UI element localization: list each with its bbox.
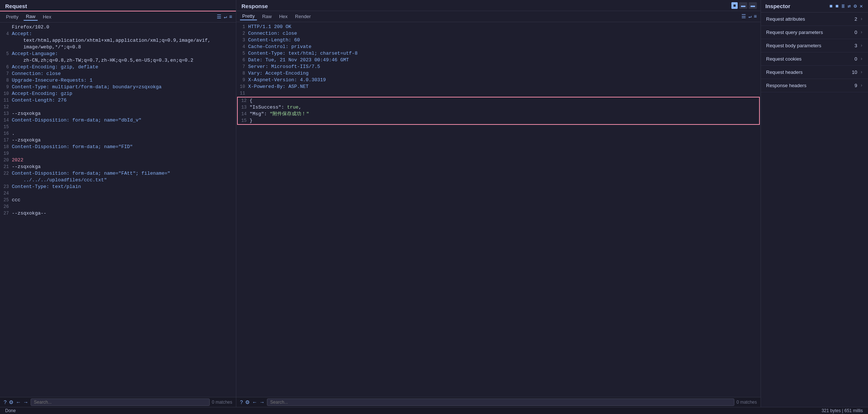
status-bar: Done 321 bytes | 651 millis [0,407,868,414]
menu-icon[interactable]: ≡ [229,14,232,20]
code-line: text/html,application/xhtml+xml,applicat… [0,37,236,44]
tab-render-response[interactable]: Render [293,13,313,20]
chevron-icon: › [860,30,863,35]
code-line: 23 Content-Type: text/plain [0,184,236,190]
response-panel: Response ■ ▬ ▬ Pretty Raw Hex Render ☰ ↵… [236,0,761,407]
code-line: image/webp,*/*;q=0.8 [0,44,236,51]
tab-hex-response[interactable]: Hex [277,13,290,20]
code-line: 16 . [0,130,236,137]
align-icon[interactable]: ≣ [841,2,845,10]
inspector-icons: ■ ■ ≣ ⇄ ⚙ ✕ [828,2,864,10]
code-line: 27 --zsqxokga-- [0,210,236,217]
match-count-response: 0 matches [737,400,757,405]
help-icon-response[interactable]: ? [240,399,243,405]
response-bottom-bar: ? ⚙ ← → 0 matches [236,397,761,407]
code-line: 3 Content-Length: 60 [236,37,761,44]
inspector-rows: Request attributes 2 › Request query par… [761,13,868,407]
back-icon-response[interactable]: ← [252,399,257,405]
code-line: 21 --zsqxokga [0,164,236,170]
code-line: 6 Date: Tue, 21 Nov 2023 00:49:46 GMT [236,57,761,64]
wrap-icon-response[interactable]: ☰ [741,13,746,20]
code-line: 1 HTTP/1.1 200 OK [236,24,761,30]
search-input-response[interactable] [267,398,734,406]
code-line: 6 Accept-Encoding: gzip, deflate [0,64,236,71]
chevron-icon: › [860,83,863,88]
code-line: 8 Vary: Accept-Encoding [236,70,761,77]
code-line: 14 Content-Disposition: form-data; name=… [0,117,236,124]
chevron-icon: › [860,70,863,75]
inspector-row-request-attributes[interactable]: Request attributes 2 › [761,13,868,26]
settings-icon-response[interactable]: ⚙ [245,399,250,405]
code-line: 19 [0,150,236,157]
tab-hex-request[interactable]: Hex [41,13,54,20]
request-tabs: Pretty Raw Hex ☰ ↵ ≡ [0,11,236,23]
code-line: 11 [236,90,761,97]
inspector-header: Inspector ■ ■ ≣ ⇄ ⚙ ✕ [761,0,868,13]
forward-icon-response[interactable]: → [260,399,265,405]
list-view-btn[interactable]: ▬ [739,2,747,9]
code-line: 7 Server: Microsoft-IIS/7.5 [236,64,761,70]
close-icon[interactable]: ✕ [859,2,864,10]
response-code-area: 1 HTTP/1.1 200 OK 2 Connection: close 3 … [236,22,761,397]
tab-raw-request[interactable]: Raw [24,13,38,21]
newline-icon[interactable]: ↵ [224,14,227,20]
highlighted-response-box: 12 { 13 "IsSuccess": true, 14 "Msg": "附件… [237,97,760,125]
grid-view-btn[interactable]: ■ [731,2,738,9]
gear-icon[interactable]: ⚙ [853,2,857,10]
menu-icon-response[interactable]: ≡ [754,14,757,20]
code-line: 8 Upgrade-Insecure-Requests: 1 [0,77,236,84]
status-done: Done [5,408,16,413]
panel-icon[interactable]: ■ [835,3,839,10]
tab-raw-response[interactable]: Raw [260,13,274,20]
help-icon-request[interactable]: ? [4,399,7,405]
code-line: 9 X-Aspnet-Version: 4.0.30319 [236,77,761,83]
newline-icon-response[interactable]: ↵ [748,13,751,20]
code-line: 10 Accept-Encoding: gzip [0,90,236,97]
split-view-btn[interactable]: ▬ [749,2,757,9]
chevron-icon: › [860,17,863,22]
code-line: 22 Content-Disposition: form-data; name=… [0,170,236,177]
code-line: 17 --zsqxokga [0,137,236,144]
chevron-icon: › [860,57,863,62]
back-icon-request[interactable]: ← [16,399,21,405]
code-line: 13 "IsSuccess": true, [238,104,759,111]
forward-icon-request[interactable]: → [23,399,28,405]
code-line: 15 [0,124,236,130]
settings-icon-request[interactable]: ⚙ [9,399,14,405]
code-line: 20 2022 [0,157,236,164]
match-count-request: 0 matches [212,400,232,405]
inspector-row-request-headers[interactable]: Request headers 10 › [761,66,868,79]
code-line: Firefox/102.0 [0,24,236,31]
code-line: ../../../uploadfiles/ccc.txt" [0,177,236,184]
code-line: 12 { [238,97,759,104]
tab-pretty-request[interactable]: Pretty [4,13,21,20]
code-line: 5 Accept-Language: [0,51,236,57]
inspector-row-query-params[interactable]: Request query parameters 0 › [761,26,868,39]
code-line: 18 Content-Disposition: form-data; name=… [0,144,236,150]
response-title: Response [236,0,731,11]
code-line: 13 --zsqxokga [0,110,236,117]
code-line: 7 Connection: close [0,71,236,77]
grid-icon[interactable]: ■ [828,3,833,10]
inspector-title: Inspector [765,3,826,9]
request-toolbar: ☰ ↵ ≡ [217,14,232,20]
code-line: 9 Content-Type: multipart/form-data; bou… [0,84,236,90]
inspector-row-cookies[interactable]: Request cookies 0 › [761,52,868,66]
code-line: 14 "Msg": "附件保存成功！" [238,111,759,117]
inspector-panel: Inspector ■ ■ ≣ ⇄ ⚙ ✕ Request attributes… [761,0,868,407]
search-input-request[interactable] [31,398,210,406]
code-line: 10 X-Powered-By: ASP.NET [236,83,761,90]
code-line: 4 Accept: [0,31,236,37]
wrap-icon[interactable]: ☰ [217,14,222,20]
code-line: 12 [0,104,236,110]
response-toolbar: ☰ ↵ ≡ [741,13,757,20]
chevron-icon: › [860,43,863,48]
resize-icon[interactable]: ⇄ [847,2,851,10]
inspector-row-response-headers[interactable]: Response headers 9 › [761,79,868,92]
inspector-row-body-params[interactable]: Request body parameters 3 › [761,39,868,52]
request-bottom-bar: ? ⚙ ← → 0 matches [0,397,236,407]
tab-pretty-response[interactable]: Pretty [240,13,257,20]
code-line: 15 } [238,117,759,124]
code-line: zh-CN,zh;q=0.8,zh-TW;q=0.7,zh-HK;q=0.5,e… [0,57,236,64]
code-line: 24 [0,190,236,197]
